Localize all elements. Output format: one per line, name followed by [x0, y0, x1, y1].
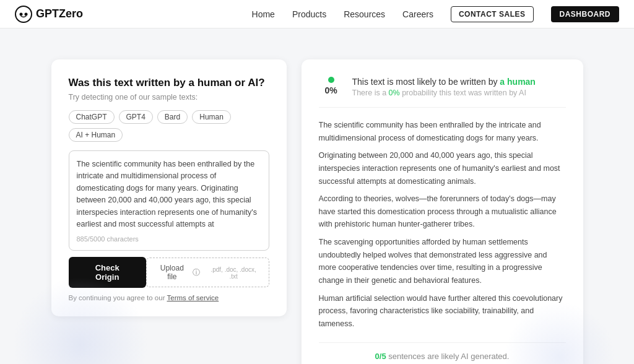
verdict-sub: There is a 0% probability this text was …: [352, 89, 566, 97]
dashboard-button[interactable]: DASHBOARD: [551, 6, 620, 22]
text-input-wrapper: The scientific community has been enthra…: [69, 150, 269, 251]
nav-products[interactable]: Products: [292, 9, 326, 19]
char-count: 885/5000 characters: [77, 235, 261, 243]
score-dot: [328, 77, 334, 83]
chip-human[interactable]: Human: [192, 110, 231, 124]
verdict-main: This text is most likely to be written b…: [352, 77, 566, 87]
chip-ai-human[interactable]: AI + Human: [69, 128, 123, 142]
nav-resources[interactable]: Resources: [344, 9, 385, 19]
upload-file-button[interactable]: Upload file ⓘ .pdf, .doc, .docx, .txt: [146, 258, 269, 287]
result-footer: 0/5 sentences are likely AI generated.: [319, 342, 566, 361]
sentences-label: sentences are likely AI generated.: [388, 352, 509, 361]
action-buttons-row: Check Origin Upload file ⓘ .pdf, .doc, .…: [69, 257, 269, 288]
result-header: 0% This text is most likely to be writte…: [319, 77, 566, 108]
sample-chips: ChatGPT GPT4 Bard Human AI + Human: [69, 110, 269, 142]
nav-links: Home Products Resources Careers CONTACT …: [252, 6, 619, 22]
input-card: Was this text written by a human or AI? …: [51, 59, 287, 316]
result-para-1: The scientific community has been enthra…: [319, 119, 566, 144]
svg-point-2: [25, 12, 28, 15]
result-verdict: This text is most likely to be written b…: [352, 77, 566, 97]
chip-bard[interactable]: Bard: [157, 110, 188, 124]
nav-home[interactable]: Home: [252, 9, 275, 19]
contact-sales-button[interactable]: CONTACT SALES: [451, 6, 534, 22]
result-card: 0% This text is most likely to be writte…: [302, 59, 583, 364]
result-para-5: Human artificial selection would have fu…: [319, 292, 566, 331]
logo[interactable]: GPTZero: [15, 6, 83, 23]
upload-info-icon: ⓘ: [193, 267, 200, 278]
terms-text: By continuing you agree to our Terms of …: [69, 294, 269, 301]
terms-link[interactable]: Terms of service: [167, 294, 219, 301]
upload-label: Upload file: [155, 264, 189, 281]
result-para-2: Originating between 20,000 and 40,000 ye…: [319, 149, 566, 188]
sentences-count: 0/5: [375, 352, 386, 361]
verdict-ai-pct: 0%: [389, 89, 400, 97]
result-para-3: According to theories, wolves—the foreru…: [319, 193, 566, 231]
chip-gpt4[interactable]: GPT4: [119, 110, 153, 124]
main-content: Was this text written by a human or AI? …: [0, 28, 634, 364]
verdict-type: a human: [500, 77, 536, 87]
nav-careers[interactable]: Careers: [402, 9, 433, 19]
svg-point-1: [20, 12, 23, 15]
score-block: 0%: [319, 77, 344, 95]
result-body: The scientific community has been enthra…: [319, 119, 566, 330]
logo-text: GPTZero: [36, 7, 83, 20]
check-origin-button[interactable]: Check Origin: [69, 257, 146, 288]
result-para-4: The scavenging opportunities afforded by…: [319, 236, 566, 287]
text-input-content[interactable]: The scientific community has been enthra…: [77, 158, 261, 232]
navbar: GPTZero Home Products Resources Careers …: [0, 0, 634, 28]
upload-formats: .pdf, .doc, .docx, .txt: [207, 266, 260, 280]
card-title: Was this text written by a human or AI?: [69, 77, 269, 89]
logo-icon: [15, 6, 32, 23]
card-subtitle: Try detecting one of our sample texts:: [69, 93, 269, 102]
score-percentage: 0%: [324, 85, 337, 95]
svg-point-0: [15, 6, 32, 22]
chip-chatgpt[interactable]: ChatGPT: [69, 110, 115, 124]
